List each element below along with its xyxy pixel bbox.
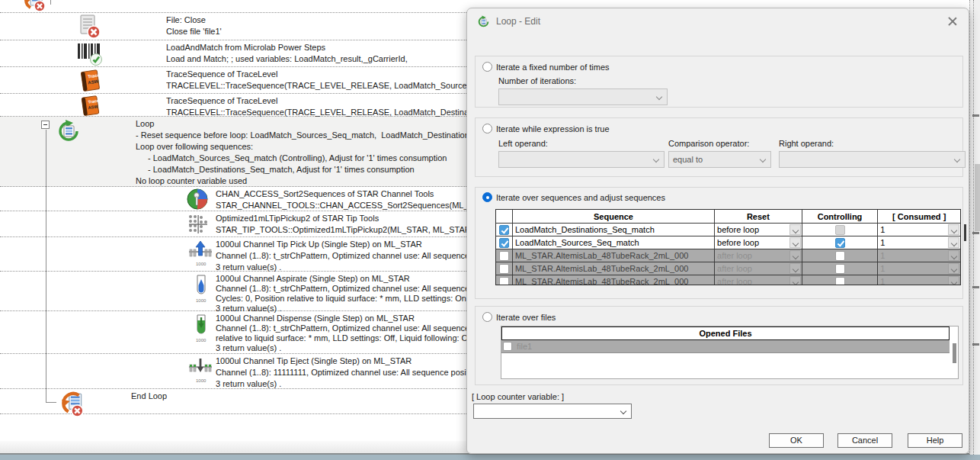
step-title: Loop xyxy=(136,118,520,130)
step-detail: - Reset sequence before loop: LoadMatch_… xyxy=(136,130,520,141)
opened-files-table: Opened Files file1 xyxy=(501,326,959,379)
combo-value: equal to xyxy=(673,155,703,164)
svg-text:1000: 1000 xyxy=(196,262,207,266)
chevron-down-icon[interactable] xyxy=(948,224,959,235)
loop-icon xyxy=(477,15,490,31)
file-name: file1 xyxy=(517,342,532,351)
consumed-cell: 1 xyxy=(878,275,960,285)
step-detail: - LoadMatch_Sources_Seq_match (Controlli… xyxy=(136,153,520,164)
file-close-icon xyxy=(76,14,102,40)
chevron-down-icon xyxy=(789,263,801,274)
tip-grid-icon xyxy=(187,214,209,236)
field-label: Left operand: xyxy=(498,139,548,148)
loop-counter-combobox[interactable] xyxy=(473,404,632,419)
row-checkbox[interactable] xyxy=(503,342,512,351)
channel-access-icon xyxy=(187,188,208,211)
sequence-cell: ML_STAR.AltemisLab_48TubeRack_2mL_000 xyxy=(513,249,715,262)
trace-book-icon: Trace ASW xyxy=(78,69,104,95)
consumed-cell[interactable]: 1 xyxy=(878,236,960,249)
sequence-cell: LoadMatch_Sources_Seq_match xyxy=(513,236,715,249)
chevron-down-icon[interactable] xyxy=(948,237,959,248)
trace-book-icon: Trace ASW xyxy=(78,95,104,119)
step-detail: Load and Match; ; used variables: LoadMa… xyxy=(166,53,408,65)
svg-text:Trace: Trace xyxy=(88,72,101,79)
group-while-expression: Iterate while expression is true Left op… xyxy=(475,117,963,177)
table-row[interactable]: LoadMatch_Sources_Seq_match before loop … xyxy=(496,236,960,249)
radio-iterate-sequences[interactable] xyxy=(482,192,492,202)
left-operand-combobox[interactable] xyxy=(498,151,665,168)
right-operand-combobox[interactable] xyxy=(779,151,966,168)
sequences-table: Sequence Reset Controlling [ Consumed ] … xyxy=(495,209,961,285)
controlling-checkbox xyxy=(835,277,845,286)
sequence-cell: LoadMatch_Destinations_Seq_match xyxy=(513,224,715,236)
step-detail: No loop counter variable used xyxy=(136,175,520,187)
tip-pickup-icon: 1000 xyxy=(187,240,213,269)
header-sequence: Sequence xyxy=(513,210,715,223)
step-title: End Loop xyxy=(131,391,167,402)
comparison-operator-combobox[interactable]: equal to xyxy=(668,151,771,168)
radio-iterate-files[interactable] xyxy=(482,312,492,322)
consumed-cell[interactable]: 1 xyxy=(878,224,960,236)
header-consumed: [ Consumed ] xyxy=(878,210,960,223)
step-detail: Close file 'file1' xyxy=(166,26,222,37)
tip-eject-icon: 1000 xyxy=(187,357,213,386)
reset-cell: after loop xyxy=(715,262,802,275)
cancel-button[interactable]: Cancel xyxy=(837,433,892,448)
header-check xyxy=(496,210,513,223)
chevron-down-icon xyxy=(656,94,662,100)
row-checkbox[interactable] xyxy=(499,225,509,235)
vertical-scrollbar[interactable] xyxy=(969,0,980,455)
step-detail: - LoadMatch_Destinations_Seq_match, Adju… xyxy=(136,164,520,175)
radio-fixed-iterations[interactable] xyxy=(482,62,492,72)
row-checkbox[interactable] xyxy=(499,277,509,286)
header-opened-files: Opened Files xyxy=(501,327,950,340)
table-row[interactable]: ML_STAR.AltemisLab_48TubeRack_2mL_000 af… xyxy=(496,262,960,275)
row-checkbox[interactable] xyxy=(499,251,509,261)
radio-label: Iterate a fixed number of times xyxy=(496,63,610,72)
chevron-down-icon xyxy=(948,276,959,285)
chevron-down-icon xyxy=(954,156,960,162)
reset-cell: after loop xyxy=(715,275,802,285)
loop-counter-label: [ Loop counter variable: ] xyxy=(472,392,564,401)
chevron-down-icon xyxy=(948,263,959,274)
tree-line xyxy=(50,0,51,5)
iterations-combobox[interactable] xyxy=(498,88,668,105)
loop-icon xyxy=(56,119,81,145)
svg-text:1000: 1000 xyxy=(196,298,207,303)
step-title: LoadAndMatch from Microlab Power Steps xyxy=(166,42,408,53)
row-checkbox[interactable] xyxy=(499,264,509,274)
window-bottom-bar xyxy=(0,455,980,460)
table-row[interactable]: ML_STAR.AltemisLab_48TubeRack_2mL_000 af… xyxy=(496,275,960,285)
controlling-checkbox xyxy=(835,264,845,274)
chevron-down-icon xyxy=(789,276,801,285)
reset-cell: after loop xyxy=(715,249,802,262)
controlling-checkbox[interactable] xyxy=(835,238,845,248)
table-row[interactable]: LoadMatch_Destinations_Seq_match before … xyxy=(496,224,960,236)
chevron-down-icon[interactable] xyxy=(789,237,801,248)
consumed-cell: 1 xyxy=(878,249,960,262)
table-scrollbar-thumb[interactable] xyxy=(964,224,966,241)
step-detail: Loop over following sequences: xyxy=(136,141,520,153)
svg-text:1000: 1000 xyxy=(196,378,207,383)
dispense-icon: 1000 xyxy=(191,314,212,346)
header-controlling: Controlling xyxy=(802,210,879,223)
radio-label: Iterate over sequences and adjust sequen… xyxy=(496,193,665,202)
table-row[interactable]: file1 xyxy=(501,340,950,353)
table-row[interactable]: ML_STAR.AltemisLab_48TubeRack_2mL_000 af… xyxy=(496,249,960,262)
reset-cell[interactable]: before loop xyxy=(715,236,802,249)
reset-cell[interactable]: before loop xyxy=(715,224,802,236)
chevron-down-icon[interactable] xyxy=(789,224,801,235)
table-scrollbar-thumb[interactable] xyxy=(953,343,956,363)
field-label: Comparison operator: xyxy=(668,139,749,148)
row-checkbox[interactable] xyxy=(499,238,509,248)
dialog-titlebar[interactable]: Loop - Edit xyxy=(467,8,969,34)
ok-button[interactable]: OK xyxy=(769,433,824,448)
help-button[interactable]: Help xyxy=(908,433,962,448)
chevron-down-icon xyxy=(948,250,959,261)
scrollbar-thumb[interactable] xyxy=(975,164,980,231)
header-reset: Reset xyxy=(715,210,802,223)
chevron-down-icon xyxy=(760,156,766,162)
collapse-toggle-icon[interactable] xyxy=(41,121,50,129)
radio-while-expression[interactable] xyxy=(482,124,492,133)
close-icon[interactable] xyxy=(946,15,959,27)
